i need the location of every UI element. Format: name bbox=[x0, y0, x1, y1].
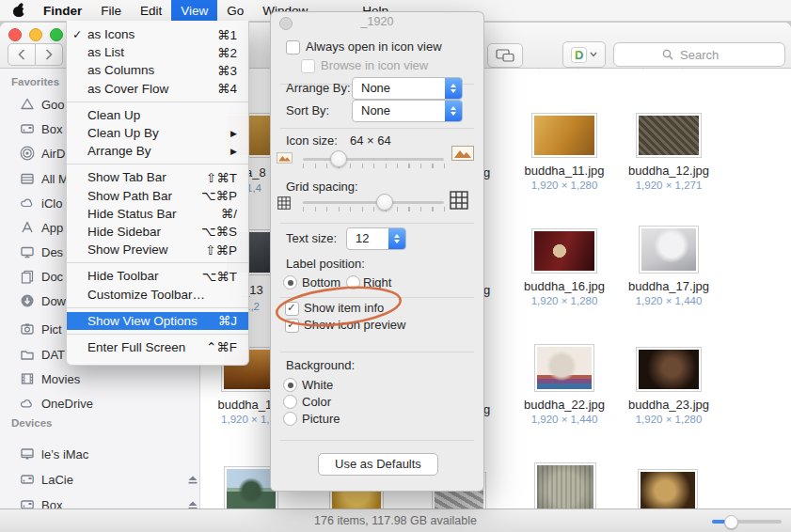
menu-item-show-tab-bar[interactable]: Show Tab Bar ⇧⌘T bbox=[67, 168, 248, 186]
file-thumbnail[interactable] bbox=[636, 113, 702, 158]
imac-icon bbox=[20, 446, 35, 462]
show-item-info-checkbox[interactable] bbox=[285, 302, 299, 316]
back-button[interactable] bbox=[8, 43, 36, 66]
search-field[interactable] bbox=[613, 42, 785, 67]
file-thumbnail[interactable] bbox=[636, 347, 702, 392]
file-name: buddha_23.jpg bbox=[617, 398, 720, 412]
sidebar-item-imac[interactable]: le’s iMac bbox=[0, 446, 199, 462]
menu-item-clean-up[interactable]: Clean Up bbox=[67, 106, 248, 124]
zoom-button[interactable] bbox=[50, 28, 63, 41]
menubar-item-file[interactable]: File bbox=[91, 0, 131, 21]
devices-button[interactable] bbox=[487, 43, 523, 68]
sidebar-item-movies[interactable]: Movies bbox=[0, 370, 199, 387]
menu-item-hide-sidebar[interactable]: Hide Sidebar ⌥⌘S bbox=[67, 223, 248, 241]
label-position-bottom-radio[interactable] bbox=[283, 275, 297, 289]
apple-menu-icon[interactable] bbox=[13, 4, 25, 18]
file-thumbnail-partial[interactable] bbox=[534, 462, 596, 512]
external-drive-icon bbox=[20, 472, 35, 487]
menu-item-hide-toolbar[interactable]: Hide Toolbar ⌥⌘T bbox=[67, 267, 248, 285]
search-input[interactable] bbox=[678, 47, 736, 63]
small-photo-icon bbox=[277, 151, 293, 164]
file-name: buddha_17.jpg bbox=[617, 279, 720, 293]
file-item-buddha-11[interactable]: buddha_11.jpg 1,920 × 1,280 bbox=[513, 113, 616, 191]
small-grid-icon bbox=[277, 196, 291, 210]
arrange-by-dropdown[interactable]: None bbox=[352, 77, 463, 100]
file-info: 1,920 × 1,280 bbox=[513, 295, 616, 306]
large-photo-icon bbox=[451, 144, 474, 163]
file-thumbnail-partial[interactable] bbox=[638, 469, 698, 512]
menu-separator bbox=[67, 262, 248, 263]
desktop-icon bbox=[20, 244, 35, 259]
always-open-checkbox[interactable] bbox=[286, 40, 300, 55]
all-my-files-icon bbox=[20, 171, 35, 186]
browse-checkbox[interactable] bbox=[301, 59, 315, 73]
icloud-icon bbox=[20, 196, 35, 211]
default-folder-button[interactable]: D bbox=[562, 41, 606, 68]
slider-ticks bbox=[303, 207, 446, 211]
close-button[interactable] bbox=[8, 28, 22, 41]
label-position-right-radio[interactable] bbox=[346, 275, 360, 289]
stepper-arrows-icon bbox=[445, 101, 462, 121]
stepper-arrows-icon bbox=[445, 78, 462, 99]
menu-separator bbox=[67, 164, 248, 164]
file-item-buddha-23[interactable]: buddha_23.jpg 1,920 × 1,280 bbox=[617, 347, 720, 425]
divider bbox=[280, 352, 474, 352]
background-color-radio[interactable] bbox=[283, 395, 297, 409]
menu-item-show-preview[interactable]: Show Preview ⇧⌘P bbox=[67, 241, 248, 258]
pictures-icon bbox=[20, 321, 35, 336]
airdrop-icon bbox=[20, 146, 35, 161]
file-thumbnail[interactable] bbox=[531, 228, 597, 274]
chevron-right-icon bbox=[45, 49, 53, 60]
menu-item-arrange-by[interactable]: Arrange By ▶ bbox=[67, 142, 248, 160]
show-icon-preview-checkbox[interactable] bbox=[285, 319, 299, 333]
menu-item-as-icons[interactable]: ✓ as Icons ⌘1 bbox=[67, 25, 248, 43]
icon-size-slider[interactable] bbox=[303, 158, 444, 161]
menubar-item-edit[interactable]: Edit bbox=[131, 0, 171, 21]
sidebar-item-onedrive[interactable]: OneDrive bbox=[0, 395, 199, 412]
menubar-item-go[interactable]: Go bbox=[217, 0, 253, 21]
file-info: 1,920 × 1,440 bbox=[617, 295, 720, 306]
icon-size-slider-thumb[interactable] bbox=[330, 150, 347, 167]
eject-icon[interactable] bbox=[187, 475, 198, 485]
menu-item-as-columns[interactable]: as Columns ⌘3 bbox=[67, 61, 248, 79]
background-picture-radio[interactable] bbox=[283, 412, 297, 426]
file-item-buddha-22[interactable]: buddha_22.jpg 1,920 × 1,440 bbox=[513, 344, 616, 425]
file-thumbnail[interactable] bbox=[531, 113, 597, 158]
sidebar-item-lacie[interactable]: LaCie bbox=[0, 471, 199, 488]
grid-spacing-slider[interactable] bbox=[303, 201, 444, 204]
use-as-defaults-button[interactable]: Use as Defaults bbox=[318, 453, 438, 476]
minimize-button[interactable] bbox=[29, 28, 42, 41]
file-info: 1,920 × 1,280 bbox=[617, 414, 720, 425]
text-size-dropdown[interactable]: 12 bbox=[346, 227, 406, 250]
grid-spacing-slider-thumb[interactable] bbox=[376, 194, 393, 211]
menu-item-as-cover-flow[interactable]: as Cover Flow ⌘4 bbox=[67, 80, 248, 98]
documents-icon bbox=[20, 269, 35, 284]
applications-icon bbox=[20, 220, 35, 235]
menubar-item-finder[interactable]: Finder bbox=[34, 0, 91, 21]
downloads-icon bbox=[20, 293, 35, 308]
menu-item-customize-toolbar[interactable]: Customize Toolbar… bbox=[67, 285, 248, 303]
file-item-buddha-17[interactable]: buddha_17.jpg 1,920 × 1,440 bbox=[617, 226, 720, 306]
divider bbox=[280, 223, 474, 224]
forward-button[interactable] bbox=[36, 43, 63, 66]
google-drive-icon bbox=[20, 97, 35, 112]
menu-item-enter-full-screen[interactable]: Enter Full Screen ⌃⌘F bbox=[67, 338, 248, 356]
file-name: buddha_12.jpg bbox=[617, 164, 720, 178]
menu-item-as-list[interactable]: as List ⌘2 bbox=[67, 43, 248, 61]
menu-item-hide-status-bar[interactable]: Hide Status Bar ⌘/ bbox=[67, 205, 248, 223]
menu-item-clean-up-by[interactable]: Clean Up By ▶ bbox=[67, 124, 248, 142]
file-thumbnail[interactable] bbox=[639, 226, 699, 274]
file-item-buddha-16[interactable]: buddha_16.jpg 1,920 × 1,280 bbox=[513, 228, 616, 306]
sort-by-dropdown[interactable]: None bbox=[352, 100, 463, 122]
menubar-item-view[interactable]: View bbox=[171, 0, 217, 21]
file-item-buddha-12[interactable]: buddha_12.jpg 1,920 × 1,271 bbox=[617, 113, 720, 191]
menu-item-show-path-bar[interactable]: Show Path Bar ⌥⌘P bbox=[67, 187, 248, 205]
status-text: 176 items, 117.98 GB available bbox=[0, 509, 791, 532]
file-thumbnail[interactable] bbox=[534, 344, 594, 392]
icon-size-slider-thumb[interactable] bbox=[724, 515, 738, 529]
file-name: buddha_16.jpg bbox=[513, 279, 616, 293]
status-bar: 176 items, 117.98 GB available bbox=[0, 509, 791, 532]
external-drive-icon bbox=[20, 121, 35, 136]
background-white-radio[interactable] bbox=[283, 378, 297, 392]
menu-item-show-view-options[interactable]: Show View Options ⌘J bbox=[67, 312, 248, 330]
